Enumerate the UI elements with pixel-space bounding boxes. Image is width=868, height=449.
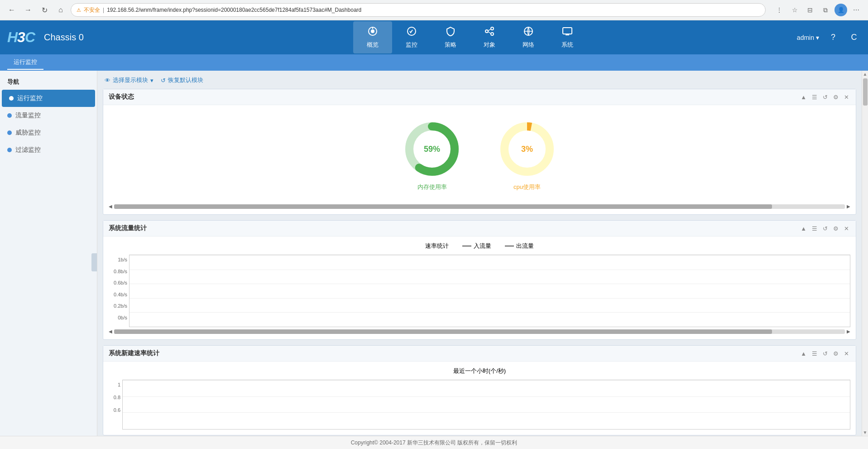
grid-line-5 bbox=[129, 312, 850, 313]
home-button[interactable]: ⌂ bbox=[54, 4, 67, 16]
traffic-settings-button[interactable]: ⚙ bbox=[832, 225, 840, 232]
header-right: admin ▾ ? C bbox=[797, 31, 861, 44]
widget-close-button[interactable]: ✕ bbox=[843, 93, 850, 101]
rate-y-label-0: 1 bbox=[109, 382, 120, 387]
restore-icon: ↺ bbox=[161, 77, 166, 84]
widget-device-status: 设备状态 ▲ ☰ ↺ ⚙ ✕ bbox=[103, 89, 856, 215]
restore-default-button[interactable]: ↺ 恢复默认模块 bbox=[161, 76, 203, 84]
rate-y-label-1: 0.8 bbox=[109, 395, 120, 400]
traffic-list-button[interactable]: ☰ bbox=[810, 225, 819, 232]
overview-icon bbox=[367, 26, 378, 39]
nav-system[interactable]: 系统 bbox=[548, 21, 587, 53]
menu-button[interactable]: ⋯ bbox=[850, 4, 863, 16]
right-scrollbar[interactable]: ▲ ▼ bbox=[862, 71, 868, 436]
nav-monitor[interactable]: 监控 bbox=[392, 21, 431, 53]
traffic-close-button[interactable]: ✕ bbox=[843, 225, 850, 232]
forward-button[interactable]: → bbox=[22, 4, 34, 16]
traffic-chart-container: 1b/s 0.8b/s 0.6b/s 0.4b/s 0.2b/s 0b/s bbox=[109, 255, 850, 327]
traffic-chart-title-row: 速率统计 入流量 出流量 bbox=[109, 242, 850, 250]
y-label-3: 0.4b/s bbox=[109, 292, 127, 297]
scrollbar-thumb bbox=[863, 78, 868, 106]
memory-label: 内存使用率 bbox=[417, 183, 447, 191]
nav-object[interactable]: 对象 bbox=[470, 21, 509, 53]
sidebar-item-run-monitor[interactable]: 运行监控 bbox=[2, 90, 95, 107]
widget-up-button[interactable]: ▲ bbox=[799, 93, 808, 101]
sidebar-item-flow-monitor[interactable]: 流量监控 bbox=[0, 107, 97, 124]
cpu-donut-wrapper: 3% bbox=[498, 120, 556, 179]
admin-label: admin bbox=[797, 34, 814, 41]
translate-button[interactable]: ⋮ bbox=[773, 4, 786, 16]
rate-list-button[interactable]: ☰ bbox=[810, 350, 819, 357]
widget-list-button[interactable]: ☰ bbox=[810, 93, 819, 101]
y-label-5: 0b/s bbox=[109, 315, 127, 320]
legend-out: 出流量 bbox=[505, 242, 534, 250]
widget-settings-button[interactable]: ⚙ bbox=[832, 93, 840, 101]
global-refresh-button[interactable]: C bbox=[847, 31, 861, 44]
sidebar-dot-flow bbox=[7, 113, 12, 118]
content-area: 👁 选择显示模块 ▾ ↺ 恢复默认模块 设备状态 ▲ ☰ ↺ ⚙ ✕ bbox=[97, 71, 862, 436]
sidebar-dot-threat bbox=[7, 130, 12, 135]
sub-tab-run-monitor[interactable]: 运行监控 bbox=[7, 55, 43, 70]
browser-chrome: ← → ↻ ⌂ ⚠ 不安全 | 192.168.56.2/wnm/frame/i… bbox=[0, 0, 868, 20]
scroll-down-icon[interactable]: ▼ bbox=[862, 429, 868, 436]
svg-line-7 bbox=[488, 29, 491, 31]
eye-icon: 👁 bbox=[105, 77, 110, 84]
rate-close-button[interactable]: ✕ bbox=[843, 350, 850, 357]
bookmark-button[interactable]: ⊟ bbox=[804, 4, 816, 16]
help-button[interactable]: ? bbox=[826, 31, 840, 44]
widget-refresh-button[interactable]: ↺ bbox=[821, 93, 829, 101]
system-icon bbox=[562, 26, 573, 39]
svg-point-6 bbox=[491, 33, 494, 35]
policy-icon bbox=[445, 26, 456, 39]
star-button[interactable]: ☆ bbox=[788, 4, 801, 16]
widget-new-rate-title: 系统新建速率统计 bbox=[109, 349, 159, 357]
browser-actions: ⋮ ☆ ⊟ ⧉ 👤 ⋯ bbox=[773, 4, 863, 16]
select-modules-button[interactable]: 👁 选择显示模块 ▾ bbox=[105, 76, 153, 84]
security-icon: ⚠ bbox=[77, 7, 81, 13]
sidebar: 导航 运行监控 流量监控 威胁监控 过滤监控 bbox=[0, 71, 97, 436]
nav-overview-label: 概览 bbox=[367, 41, 379, 49]
widget-traffic: 系统流量统计 ▲ ☰ ↺ ⚙ ✕ 速率统计 入流量 bbox=[103, 220, 856, 340]
monitor-icon bbox=[406, 26, 417, 39]
address-bar[interactable]: ⚠ 不安全 | 192.168.56.2/wnm/frame/index.php… bbox=[71, 3, 766, 17]
charts-row: 59% 内存使用率 3% cpu使用率 bbox=[109, 111, 850, 200]
logo-area: H3C Chassis 0 bbox=[7, 29, 143, 46]
tab-button[interactable]: ⧉ bbox=[819, 4, 832, 16]
widget-device-status-title: 设备状态 bbox=[109, 93, 134, 101]
scroll-right-icon[interactable]: ▶ bbox=[847, 204, 850, 209]
traffic-refresh-button[interactable]: ↺ bbox=[821, 225, 829, 232]
sidebar-item-threat-monitor[interactable]: 威胁监控 bbox=[0, 124, 97, 141]
traffic-scroll-left[interactable]: ◀ bbox=[109, 329, 112, 334]
h-scrollbar-device[interactable] bbox=[114, 204, 845, 209]
sidebar-label-threat: 威胁监控 bbox=[15, 129, 41, 137]
profile-button[interactable]: 👤 bbox=[834, 4, 847, 16]
traffic-chart-title: 速率统计 bbox=[425, 242, 449, 250]
rate-settings-button[interactable]: ⚙ bbox=[832, 350, 840, 357]
nav-overview[interactable]: 概览 bbox=[353, 21, 392, 53]
nav-policy[interactable]: 策略 bbox=[431, 21, 470, 53]
memory-value: 59% bbox=[424, 145, 440, 154]
sidebar-collapse-button[interactable] bbox=[91, 253, 97, 271]
widget-device-status-body: 59% 内存使用率 3% cpu使用率 bbox=[103, 105, 856, 214]
traffic-up-button[interactable]: ▲ bbox=[799, 225, 808, 232]
back-button[interactable]: ← bbox=[5, 4, 18, 16]
y-label-4: 0.2b/s bbox=[109, 303, 127, 309]
traffic-h-scrollbar[interactable] bbox=[114, 329, 845, 334]
main-layout: 导航 运行监控 流量监控 威胁监控 过滤监控 👁 选择显示模块 ▾ bbox=[0, 71, 868, 436]
traffic-scroll-right[interactable]: ▶ bbox=[847, 329, 850, 334]
widget-device-status-header: 设备状态 ▲ ☰ ↺ ⚙ ✕ bbox=[103, 89, 856, 105]
scroll-left-icon[interactable]: ◀ bbox=[109, 204, 112, 209]
rate-up-button[interactable]: ▲ bbox=[799, 350, 808, 357]
scroll-up-icon[interactable]: ▲ bbox=[862, 71, 868, 77]
content-toolbar: 👁 选择显示模块 ▾ ↺ 恢复默认模块 bbox=[103, 76, 856, 84]
sidebar-item-filter-monitor[interactable]: 过滤监控 bbox=[0, 141, 97, 159]
nav-network[interactable]: 网络 bbox=[509, 21, 548, 53]
reload-button[interactable]: ↻ bbox=[38, 4, 51, 16]
nav-system-label: 系统 bbox=[561, 41, 573, 49]
admin-button[interactable]: admin ▾ bbox=[797, 34, 819, 41]
rate-refresh-button[interactable]: ↺ bbox=[821, 350, 829, 357]
traffic-chart-grid bbox=[129, 255, 850, 327]
cpu-value: 3% bbox=[521, 145, 533, 154]
y-label-1: 0.8b/s bbox=[109, 269, 127, 274]
object-icon bbox=[484, 26, 495, 39]
